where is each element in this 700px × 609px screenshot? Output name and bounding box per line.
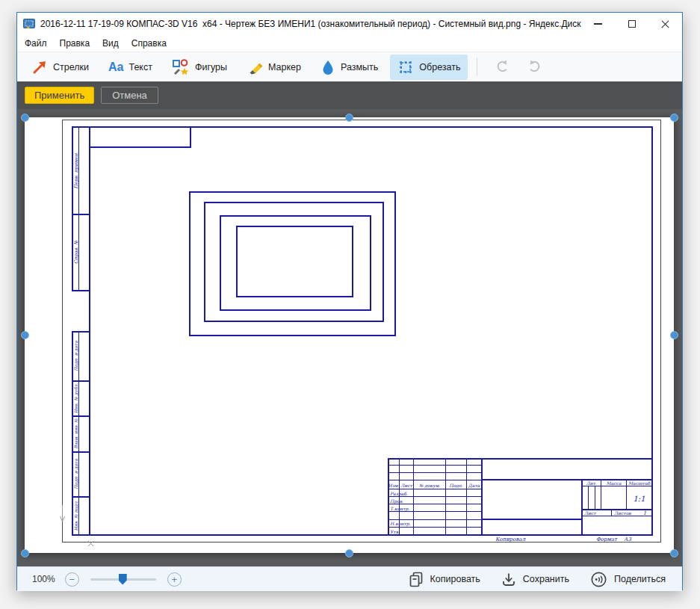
toolbar-separator bbox=[477, 58, 477, 76]
app-window: 2016-12-11 17-19-09 КОМПАС-3D V16 x64 - … bbox=[16, 12, 683, 590]
save-button[interactable]: Сохранить bbox=[501, 572, 569, 587]
screenshot-image: Перв. примен. Справ. № Подп. и дата Инв.… bbox=[25, 117, 674, 553]
tb-mass: Масса bbox=[606, 480, 621, 486]
crop-handle-bottom-right[interactable] bbox=[670, 549, 678, 557]
menu-item-file[interactable]: Файл bbox=[25, 38, 47, 49]
margin-label: Инв. № подл. bbox=[73, 500, 78, 531]
tb-col: Дата bbox=[468, 483, 480, 488]
maximize-button[interactable] bbox=[615, 13, 648, 35]
arrows-tool-button[interactable]: Стрелки bbox=[24, 55, 96, 80]
blur-icon bbox=[320, 59, 335, 75]
tb-scale-value: 1:1 bbox=[633, 495, 645, 503]
margin-label: Взам. инв. № bbox=[73, 418, 78, 449]
tb-scale-label: Масштаб bbox=[628, 480, 651, 486]
copy-icon bbox=[409, 571, 424, 587]
copy-button[interactable]: Копировать bbox=[409, 571, 480, 587]
desktop-background: 2016-12-11 17-19-09 КОМПАС-3D V16 x64 - … bbox=[0, 0, 700, 609]
minimize-icon bbox=[594, 23, 602, 24]
share-icon bbox=[590, 571, 607, 588]
redo-button[interactable] bbox=[518, 55, 551, 79]
menu-item-edit[interactable]: Правка bbox=[60, 38, 90, 49]
margin-label: Инв. № дубл. bbox=[73, 383, 79, 414]
menu-item-help[interactable]: Справка bbox=[131, 38, 167, 49]
marker-tool-button[interactable]: Маркер bbox=[239, 55, 309, 80]
plus-icon: + bbox=[171, 575, 177, 584]
blur-tool-button[interactable]: Размыть bbox=[313, 55, 385, 80]
shapes-tool-button[interactable]: Фигуры bbox=[164, 55, 235, 80]
tb-lit: Лит. bbox=[586, 480, 596, 486]
crop-confirm-bar: Применить Отмена bbox=[17, 81, 682, 109]
text-tool-button[interactable]: Aa Текст bbox=[101, 57, 160, 78]
copy-label: Копировать bbox=[430, 574, 480, 584]
shapes-tool-label: Фигуры bbox=[195, 62, 227, 72]
zoom-in-button[interactable]: + bbox=[167, 572, 182, 587]
share-label: Поделиться bbox=[614, 574, 666, 584]
tb-row: Н.контр. bbox=[390, 521, 411, 527]
margin-label: Подп. и дата bbox=[73, 459, 78, 489]
crop-handle-bottom-left[interactable] bbox=[21, 549, 29, 557]
undo-icon bbox=[495, 59, 510, 75]
tb-copied: Копировал bbox=[495, 537, 527, 542]
minus-icon: − bbox=[69, 575, 75, 584]
editor-canvas: Перв. примен. Справ. № Подп. и дата Инв.… bbox=[17, 109, 682, 566]
tb-format-label: Формат bbox=[596, 537, 618, 542]
editor-toolbar: Стрелки Aa Текст Фигуры bbox=[17, 52, 682, 81]
menu-item-view[interactable]: Вид bbox=[102, 38, 119, 49]
close-button[interactable] bbox=[648, 13, 682, 35]
redo-icon bbox=[527, 59, 542, 75]
zoom-slider[interactable] bbox=[90, 578, 156, 581]
crop-handle-top-center[interactable] bbox=[345, 114, 353, 122]
share-button[interactable]: Поделиться bbox=[590, 571, 666, 588]
screenshot-app-icon bbox=[23, 18, 35, 30]
maximize-icon bbox=[628, 20, 636, 28]
crop-icon bbox=[397, 59, 414, 75]
zoom-level: 100% bbox=[32, 574, 55, 584]
tb-col: Подп. bbox=[449, 483, 463, 488]
crop-handle-top-left[interactable] bbox=[21, 114, 29, 122]
slider-handle[interactable] bbox=[119, 574, 127, 585]
apply-button[interactable]: Применить bbox=[25, 87, 94, 104]
tb-col: Лист bbox=[400, 483, 412, 488]
action-buttons: Копировать Сохранить П bbox=[409, 571, 666, 588]
kompas-drawing: Перв. примен. Справ. № Подп. и дата Инв.… bbox=[25, 117, 674, 553]
tb-row: Разраб. bbox=[390, 491, 408, 497]
arrows-tool-label: Стрелки bbox=[53, 62, 89, 72]
margin-label: Подп. и дата bbox=[73, 341, 78, 371]
tb-row: Утв. bbox=[390, 529, 400, 534]
margin-label: Справ. № bbox=[73, 240, 79, 264]
tb-sheets-value: 1 bbox=[643, 510, 646, 516]
tb-row: Пров. bbox=[390, 498, 403, 504]
close-icon bbox=[660, 19, 670, 29]
save-label: Сохранить bbox=[523, 574, 569, 584]
text-icon: Aa bbox=[108, 61, 123, 73]
tb-sheet: Лист bbox=[584, 510, 596, 516]
crop-handle-middle-right[interactable] bbox=[670, 331, 678, 339]
tb-col: № докум. bbox=[419, 483, 441, 489]
undo-button[interactable] bbox=[486, 55, 518, 79]
zoom-out-button[interactable]: − bbox=[65, 572, 79, 587]
marker-tool-label: Маркер bbox=[268, 62, 301, 72]
window-controls bbox=[581, 13, 682, 35]
marker-icon bbox=[247, 59, 263, 75]
bottom-bar: 100% − + Копировать bbox=[17, 566, 682, 591]
download-icon bbox=[501, 572, 516, 587]
tb-row: Т.контр. bbox=[390, 506, 409, 512]
shapes-icon bbox=[172, 59, 190, 75]
title-bar: 2016-12-11 17-19-09 КОМПАС-3D V16 x64 - … bbox=[17, 13, 682, 35]
arrow-icon bbox=[31, 59, 48, 75]
tb-sheets: Листов bbox=[614, 510, 631, 516]
crop-tool-button[interactable]: Обрезать bbox=[390, 55, 468, 80]
crop-handle-top-right[interactable] bbox=[670, 114, 678, 122]
menu-bar: Файл Правка Вид Справка bbox=[17, 35, 682, 52]
crop-handle-bottom-center[interactable] bbox=[345, 549, 353, 557]
crop-tool-label: Обрезать bbox=[419, 62, 460, 72]
blur-tool-label: Размыть bbox=[341, 62, 378, 72]
minimize-button[interactable] bbox=[581, 13, 615, 35]
text-tool-label: Текст bbox=[128, 62, 152, 72]
window-title: 2016-12-11 17-19-09 КОМПАС-3D V16 x64 - … bbox=[40, 19, 581, 29]
tb-format-value: А3 bbox=[624, 537, 631, 542]
tb-col: Изм. bbox=[388, 483, 399, 488]
margin-label: Перв. примен. bbox=[73, 152, 79, 189]
crop-handle-middle-left[interactable] bbox=[21, 331, 29, 339]
cancel-button[interactable]: Отмена bbox=[101, 87, 158, 104]
